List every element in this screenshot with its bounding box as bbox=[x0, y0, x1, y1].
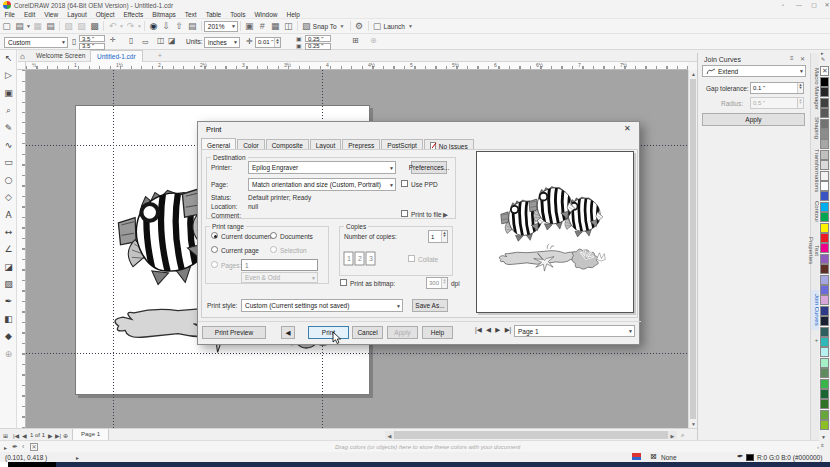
page-height-field[interactable]: 3.5 " bbox=[79, 43, 105, 50]
color-swatch[interactable] bbox=[820, 150, 829, 160]
menu-text[interactable]: Text bbox=[180, 10, 201, 18]
palette-scroll-down[interactable]: ▼ bbox=[821, 434, 826, 440]
new-tab-button[interactable]: + bbox=[152, 50, 168, 62]
color-swatch[interactable] bbox=[820, 171, 829, 181]
cancel-button[interactable]: Cancel bbox=[352, 326, 383, 339]
menu-object[interactable]: Object bbox=[91, 10, 119, 18]
current-page-icon[interactable]: ◪ bbox=[168, 36, 176, 45]
pick-tool[interactable]: ↖ bbox=[0, 50, 17, 67]
menu-edit[interactable]: Edit bbox=[19, 10, 39, 18]
preferences-button[interactable]: Preferences... bbox=[411, 161, 447, 174]
color-swatch[interactable] bbox=[820, 347, 829, 357]
artistic-media-tool[interactable]: ∿ bbox=[0, 137, 17, 154]
transparency-tool[interactable]: ▨ bbox=[0, 276, 17, 293]
launch-icon[interactable]: ▢ bbox=[371, 21, 384, 31]
copy-icon[interactable]: ▨ bbox=[75, 21, 88, 31]
apply-button[interactable]: Apply bbox=[702, 113, 805, 126]
horizontal-ruler[interactable]: ½11½22½33½44½55½66½77½ bbox=[26, 62, 688, 70]
interactive-fill-tool[interactable]: ◧ bbox=[0, 311, 17, 328]
color-swatch[interactable] bbox=[820, 160, 829, 170]
color-swatch[interactable] bbox=[820, 223, 829, 233]
color-swatch[interactable] bbox=[820, 243, 829, 253]
options-gear-icon[interactable]: ⚙ bbox=[353, 21, 366, 31]
color-swatch[interactable] bbox=[820, 129, 829, 139]
duplicate-y-field[interactable]: 0.25 " bbox=[305, 43, 331, 50]
import-icon[interactable]: ⇩ bbox=[160, 21, 173, 31]
color-swatch[interactable] bbox=[820, 410, 829, 420]
menu-help[interactable]: Help bbox=[282, 10, 304, 18]
print-to-file-flyout[interactable]: ▶ bbox=[443, 211, 448, 219]
show-guidelines-icon[interactable]: ◫ bbox=[282, 21, 295, 31]
preview-next-icon[interactable]: ▶ bbox=[495, 326, 500, 333]
rectangle-tool[interactable]: ▭ bbox=[0, 154, 17, 171]
use-ppd-checkbox[interactable] bbox=[401, 180, 408, 187]
dialog-close-button[interactable]: ✕ bbox=[624, 124, 631, 133]
gap-tolerance-field[interactable]: 0.1 "▲▼ bbox=[750, 82, 804, 94]
color-swatch[interactable] bbox=[820, 316, 829, 326]
vertical-ruler[interactable] bbox=[17, 70, 26, 428]
landscape-button[interactable]: ▭ bbox=[142, 38, 149, 46]
color-swatch[interactable] bbox=[820, 358, 829, 368]
color-swatch[interactable] bbox=[820, 306, 829, 316]
color-swatch[interactable] bbox=[820, 98, 829, 108]
color-swatch[interactable] bbox=[820, 202, 829, 212]
coords-flyout-icon[interactable]: ▸ bbox=[76, 454, 79, 461]
menu-view[interactable]: View bbox=[40, 10, 63, 18]
more-tools[interactable]: ⊕ bbox=[0, 346, 17, 363]
print-icon[interactable]: ▤ bbox=[44, 21, 57, 31]
color-swatch[interactable] bbox=[820, 181, 829, 191]
color-swatch[interactable] bbox=[820, 420, 829, 430]
portrait-button[interactable]: ▯ bbox=[129, 36, 133, 45]
navigator-icon[interactable]: ⌕ bbox=[681, 432, 684, 439]
crop-tool[interactable]: ▣ bbox=[0, 85, 17, 102]
freehand-tool[interactable]: ✎ bbox=[0, 120, 17, 137]
print-preview-button[interactable]: Print Preview bbox=[202, 326, 266, 339]
color-swatch[interactable] bbox=[820, 119, 829, 129]
preview-first-icon[interactable]: |◀ bbox=[475, 326, 482, 333]
paste-icon[interactable]: ▩ bbox=[88, 21, 101, 31]
docker-collapse-icon[interactable]: ≡ bbox=[790, 55, 794, 61]
export-icon[interactable]: ⇧ bbox=[173, 21, 186, 31]
dimension-tool[interactable]: ↔ bbox=[0, 224, 17, 241]
menu-file[interactable]: File bbox=[0, 10, 19, 18]
add-page-icon[interactable]: ⊕ bbox=[63, 432, 68, 439]
color-swatch[interactable] bbox=[820, 212, 829, 222]
undo-icon[interactable]: ↶ bbox=[106, 21, 119, 31]
help-button[interactable]: Help bbox=[422, 326, 453, 339]
color-swatch[interactable] bbox=[820, 399, 829, 409]
redo-icon[interactable]: ↷ bbox=[124, 21, 137, 31]
color-swatch[interactable] bbox=[820, 191, 829, 201]
dialog-tab-general[interactable]: General bbox=[201, 138, 236, 149]
first-page-icon[interactable]: |◀ bbox=[13, 432, 19, 439]
show-grid-icon[interactable]: ▦ bbox=[269, 21, 282, 31]
prev-page-icon[interactable]: ◀ bbox=[22, 432, 27, 439]
duplicate-x-field[interactable]: 0.25 " bbox=[305, 35, 331, 42]
color-swatch[interactable] bbox=[820, 87, 829, 97]
vertical-scrollbar[interactable]: ▲ ▼ bbox=[688, 70, 697, 428]
next-page-icon[interactable]: ▶ bbox=[48, 432, 53, 439]
minimize-button[interactable]: — bbox=[794, 1, 804, 9]
color-swatch[interactable] bbox=[820, 379, 829, 389]
menu-tools[interactable]: Tools bbox=[226, 10, 250, 18]
cut-icon[interactable]: ▧ bbox=[62, 21, 75, 31]
current-page-radio[interactable] bbox=[211, 246, 218, 253]
pdf-icon[interactable]: ▤ bbox=[186, 21, 199, 31]
polygon-tool[interactable]: ◇ bbox=[0, 189, 17, 206]
new-document-icon[interactable]: ▢ bbox=[0, 21, 13, 31]
join-mode-combo[interactable]: Extend▼ bbox=[702, 65, 806, 77]
eyedropper-tool[interactable]: ✒ bbox=[0, 293, 17, 310]
all-pages-icon[interactable]: ◫ bbox=[157, 36, 165, 45]
menu-layout[interactable]: Layout bbox=[63, 10, 92, 18]
menu-window[interactable]: Window bbox=[250, 10, 282, 18]
color-swatch[interactable] bbox=[820, 295, 829, 305]
launch-dropdown[interactable]: ▼ bbox=[408, 23, 413, 29]
palette-pencil-icon[interactable]: ✎ bbox=[821, 56, 825, 62]
launch-label[interactable]: Launch bbox=[384, 23, 405, 30]
docker-close-icon[interactable]: ✕ bbox=[800, 55, 805, 62]
search-content-icon[interactable]: ◉ bbox=[147, 21, 160, 31]
menu-bitmaps[interactable]: Bitmaps bbox=[148, 10, 180, 18]
page-match-combo[interactable]: Match orientation and size (Custom, Port… bbox=[248, 178, 396, 191]
print-style-combo[interactable]: Custom (Current settings not saved)▼ bbox=[241, 299, 403, 312]
units-combo[interactable]: inches▼ bbox=[204, 37, 240, 48]
preview-prev-icon[interactable]: ◀ bbox=[486, 326, 491, 333]
